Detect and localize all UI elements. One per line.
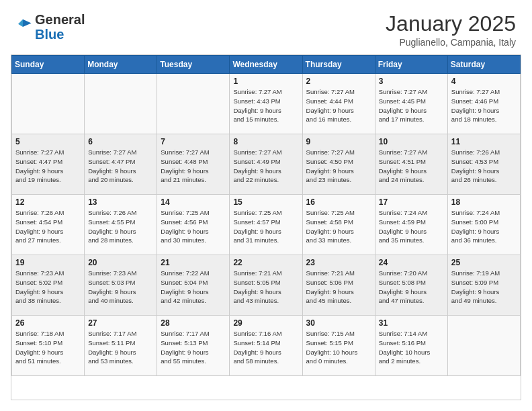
calendar-cell: 22Sunrise: 7:21 AM Sunset: 5:05 PM Dayli… [230,255,302,316]
day-info: Sunrise: 7:26 AM Sunset: 4:55 PM Dayligh… [88,208,153,245]
calendar-cell: 25Sunrise: 7:19 AM Sunset: 5:09 PM Dayli… [447,255,520,316]
weekday-header-thursday: Thursday [302,56,375,74]
calendar-table: SundayMondayTuesdayWednesdayThursdayFrid… [11,55,521,376]
day-info: Sunrise: 7:27 AM Sunset: 4:44 PM Dayligh… [306,87,371,124]
header: General Blue January 2025 Puglianello, C… [0,0,532,54]
calendar-cell: 5Sunrise: 7:27 AM Sunset: 4:47 PM Daylig… [12,134,85,195]
day-info: Sunrise: 7:21 AM Sunset: 5:05 PM Dayligh… [233,269,298,306]
day-info: Sunrise: 7:25 AM Sunset: 4:56 PM Dayligh… [161,208,226,245]
day-info: Sunrise: 7:27 AM Sunset: 4:48 PM Dayligh… [161,148,226,185]
day-number: 30 [306,318,371,328]
weekday-header-wednesday: Wednesday [230,56,302,74]
logo-text: General Blue [35,12,85,42]
day-info: Sunrise: 7:25 AM Sunset: 4:58 PM Dayligh… [306,208,371,245]
calendar-week-4: 19Sunrise: 7:23 AM Sunset: 5:02 PM Dayli… [12,255,521,316]
day-info: Sunrise: 7:27 AM Sunset: 4:51 PM Dayligh… [379,148,444,185]
day-number: 29 [233,318,298,328]
day-number: 2 [306,77,371,86]
calendar-cell: 24Sunrise: 7:20 AM Sunset: 5:08 PM Dayli… [375,255,447,316]
calendar-cell: 11Sunrise: 7:26 AM Sunset: 4:53 PM Dayli… [447,134,520,195]
calendar-cell: 4Sunrise: 7:27 AM Sunset: 4:46 PM Daylig… [447,74,520,134]
calendar-week-1: 1Sunrise: 7:27 AM Sunset: 4:43 PM Daylig… [12,74,521,134]
day-number: 11 [451,137,517,146]
day-number: 18 [451,197,517,207]
title-location: Puglianello, Campania, Italy [386,37,516,48]
calendar-cell [12,74,85,134]
calendar-week-3: 12Sunrise: 7:26 AM Sunset: 4:54 PM Dayli… [12,195,521,255]
day-number: 24 [379,258,444,267]
day-number: 8 [233,137,298,146]
day-number: 28 [161,318,226,328]
calendar-cell: 9Sunrise: 7:27 AM Sunset: 4:50 PM Daylig… [302,134,375,195]
calendar-cell: 15Sunrise: 7:25 AM Sunset: 4:57 PM Dayli… [230,195,302,255]
day-number: 23 [306,258,371,267]
calendar-cell: 19Sunrise: 7:23 AM Sunset: 5:02 PM Dayli… [12,255,85,316]
day-info: Sunrise: 7:27 AM Sunset: 4:50 PM Dayligh… [306,148,371,185]
calendar-cell: 7Sunrise: 7:27 AM Sunset: 4:48 PM Daylig… [157,134,230,195]
day-number: 15 [233,197,298,207]
day-number: 7 [161,137,226,146]
calendar-cell: 1Sunrise: 7:27 AM Sunset: 4:43 PM Daylig… [230,74,302,134]
day-number: 31 [379,318,444,328]
calendar-cell: 8Sunrise: 7:27 AM Sunset: 4:49 PM Daylig… [230,134,302,195]
weekday-header-saturday: Saturday [447,56,520,74]
logo-icon [13,17,32,36]
day-number: 20 [88,258,153,267]
title-block: January 2025 Puglianello, Campania, Ital… [386,12,516,48]
day-number: 16 [306,197,371,207]
calendar-week-2: 5Sunrise: 7:27 AM Sunset: 4:47 PM Daylig… [12,134,521,195]
day-info: Sunrise: 7:27 AM Sunset: 4:46 PM Dayligh… [451,87,517,124]
day-info: Sunrise: 7:18 AM Sunset: 5:10 PM Dayligh… [15,329,81,366]
day-info: Sunrise: 7:17 AM Sunset: 5:11 PM Dayligh… [88,329,153,366]
day-info: Sunrise: 7:23 AM Sunset: 5:03 PM Dayligh… [88,269,153,306]
logo: General Blue [13,12,85,42]
day-info: Sunrise: 7:27 AM Sunset: 4:43 PM Dayligh… [233,87,298,124]
day-number: 3 [379,77,444,86]
calendar-cell: 2Sunrise: 7:27 AM Sunset: 4:44 PM Daylig… [302,74,375,134]
title-month: January 2025 [386,12,516,36]
day-number: 10 [379,137,444,146]
calendar-header: SundayMondayTuesdayWednesdayThursdayFrid… [12,56,521,74]
calendar-cell: 16Sunrise: 7:25 AM Sunset: 4:58 PM Dayli… [302,195,375,255]
weekday-header-monday: Monday [85,56,157,74]
calendar-cell [157,74,230,134]
day-info: Sunrise: 7:20 AM Sunset: 5:08 PM Dayligh… [379,269,444,306]
calendar-cell: 30Sunrise: 7:15 AM Sunset: 5:15 PM Dayli… [302,316,375,376]
day-number: 17 [379,197,444,207]
day-info: Sunrise: 7:17 AM Sunset: 5:13 PM Dayligh… [161,329,226,366]
page: General Blue January 2025 Puglianello, C… [0,0,532,411]
day-info: Sunrise: 7:19 AM Sunset: 5:09 PM Dayligh… [451,269,517,306]
day-number: 27 [88,318,153,328]
day-info: Sunrise: 7:23 AM Sunset: 5:02 PM Dayligh… [15,269,81,306]
day-number: 4 [451,77,517,86]
calendar-cell: 3Sunrise: 7:27 AM Sunset: 4:45 PM Daylig… [375,74,447,134]
calendar: SundayMondayTuesdayWednesdayThursdayFrid… [11,54,521,400]
day-info: Sunrise: 7:25 AM Sunset: 4:57 PM Dayligh… [233,208,298,245]
calendar-cell: 27Sunrise: 7:17 AM Sunset: 5:11 PM Dayli… [85,316,157,376]
calendar-cell [447,316,520,376]
weekday-header-tuesday: Tuesday [157,56,230,74]
day-info: Sunrise: 7:27 AM Sunset: 4:47 PM Dayligh… [15,148,81,185]
calendar-cell: 28Sunrise: 7:17 AM Sunset: 5:13 PM Dayli… [157,316,230,376]
day-info: Sunrise: 7:21 AM Sunset: 5:06 PM Dayligh… [306,269,371,306]
calendar-cell: 14Sunrise: 7:25 AM Sunset: 4:56 PM Dayli… [157,195,230,255]
calendar-cell: 12Sunrise: 7:26 AM Sunset: 4:54 PM Dayli… [12,195,85,255]
day-info: Sunrise: 7:26 AM Sunset: 4:53 PM Dayligh… [451,148,517,185]
day-info: Sunrise: 7:24 AM Sunset: 4:59 PM Dayligh… [379,208,444,245]
calendar-cell: 23Sunrise: 7:21 AM Sunset: 5:06 PM Dayli… [302,255,375,316]
day-info: Sunrise: 7:15 AM Sunset: 5:15 PM Dayligh… [306,329,371,366]
day-info: Sunrise: 7:27 AM Sunset: 4:47 PM Dayligh… [88,148,153,185]
day-info: Sunrise: 7:14 AM Sunset: 5:16 PM Dayligh… [379,329,444,366]
calendar-cell: 18Sunrise: 7:24 AM Sunset: 5:00 PM Dayli… [447,195,520,255]
calendar-body: 1Sunrise: 7:27 AM Sunset: 4:43 PM Daylig… [12,74,521,376]
day-number: 19 [15,258,81,267]
day-number: 12 [15,197,81,207]
calendar-cell: 10Sunrise: 7:27 AM Sunset: 4:51 PM Dayli… [375,134,447,195]
calendar-cell: 20Sunrise: 7:23 AM Sunset: 5:03 PM Dayli… [85,255,157,316]
day-number: 14 [161,197,226,207]
calendar-cell: 26Sunrise: 7:18 AM Sunset: 5:10 PM Dayli… [12,316,85,376]
calendar-cell: 21Sunrise: 7:22 AM Sunset: 5:04 PM Dayli… [157,255,230,316]
calendar-week-5: 26Sunrise: 7:18 AM Sunset: 5:10 PM Dayli… [12,316,521,376]
calendar-cell: 31Sunrise: 7:14 AM Sunset: 5:16 PM Dayli… [375,316,447,376]
day-info: Sunrise: 7:27 AM Sunset: 4:49 PM Dayligh… [233,148,298,185]
